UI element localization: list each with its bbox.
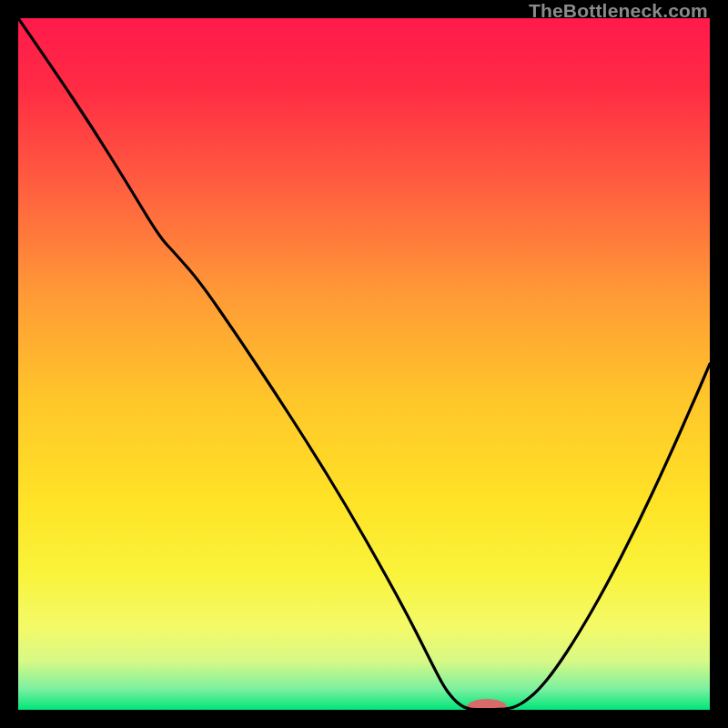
bottleneck-chart [18,18,710,710]
watermark-text: TheBottleneck.com [529,0,708,22]
chart-frame: TheBottleneck.com [0,0,728,728]
plot-area [18,18,710,710]
gradient-background [18,18,710,710]
